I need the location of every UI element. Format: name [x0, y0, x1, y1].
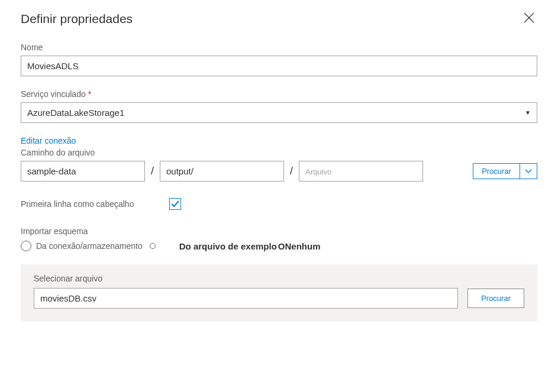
first-row-header-checkbox[interactable] [169, 198, 181, 210]
required-asterisk: * [88, 89, 91, 99]
close-icon[interactable] [521, 12, 537, 26]
import-schema-radio-group: Da conexão/armazenamento Do arquivo de e… [21, 241, 537, 251]
file-input[interactable] [299, 161, 423, 182]
path-separator: / [151, 165, 154, 177]
linked-service-group: Serviço vinculado* AzureDataLakeStorage1… [21, 89, 537, 123]
linked-service-value: AzureDataLakeStorage1 [27, 108, 124, 118]
browse-button-group: Procurar [473, 163, 537, 179]
import-schema-label: Importar esquema [21, 226, 537, 236]
edit-connection-link[interactable]: Editar conexão [21, 136, 76, 145]
file-path-row: / / Procurar [21, 161, 537, 182]
name-field-group: Nome [21, 43, 537, 76]
chevron-down-icon: ▼ [525, 109, 531, 116]
linked-service-select[interactable]: AzureDataLakeStorage1 ▼ [21, 102, 537, 123]
page-title: Definir propriedades [21, 12, 133, 26]
import-schema-group: Importar esquema Da conexão/armazenament… [21, 226, 537, 251]
select-file-browse-button[interactable]: Procurar [467, 289, 524, 308]
browse-button[interactable]: Procurar [473, 163, 520, 179]
dialog-header: Definir propriedades [21, 12, 537, 26]
file-path-label: Caminho do arquivo [21, 148, 537, 157]
select-file-row: Procurar [34, 288, 524, 309]
select-file-panel: Selecionar arquivo Procurar [21, 264, 537, 322]
select-file-input[interactable] [34, 288, 458, 309]
directory-input[interactable] [160, 161, 284, 182]
radio-none-label: ONenhum [278, 241, 321, 251]
name-label: Nome [21, 43, 537, 52]
container-input[interactable] [21, 161, 145, 182]
radio-from-sample-label: Do arquivo de exemplo [179, 241, 277, 251]
linked-service-label: Serviço vinculado* [21, 89, 537, 99]
radio-from-connection[interactable]: Da conexão/armazenamento [21, 241, 156, 251]
file-path-group: Editar conexão Caminho do arquivo / / Pr… [21, 136, 537, 182]
radio-from-sample[interactable]: Do arquivo de exemplo ONenhum [179, 241, 321, 251]
path-separator: / [290, 165, 293, 177]
select-file-label: Selecionar arquivo [34, 274, 524, 283]
browse-dropdown-button[interactable] [520, 163, 537, 179]
radio-from-connection-label: Da conexão/armazenamento [36, 241, 143, 251]
first-row-header-group: Primeira linha como cabeçalho [21, 198, 537, 210]
first-row-header-label: Primeira linha como cabeçalho [21, 199, 134, 209]
radio-circle-icon [21, 241, 31, 251]
linked-service-label-text: Serviço vinculado [21, 89, 86, 99]
name-input[interactable] [21, 56, 537, 76]
checkmark-icon [170, 199, 180, 209]
radio-circle-icon [150, 243, 156, 249]
chevron-down-icon [525, 169, 532, 174]
